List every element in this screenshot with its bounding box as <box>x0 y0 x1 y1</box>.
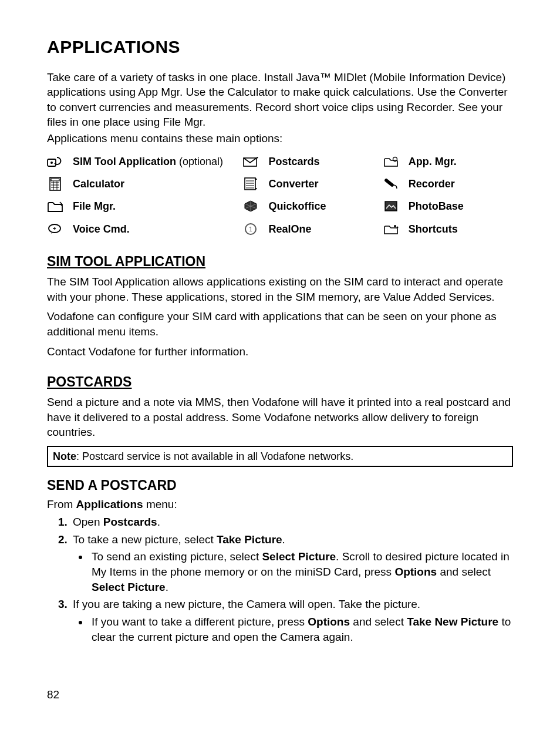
send-step-2: To take a new picture, select Take Pictu… <box>70 532 513 595</box>
svg-text:1: 1 <box>249 226 253 233</box>
calculator-icon <box>47 177 63 190</box>
app-postcards: Postcards <box>242 154 382 169</box>
app-label: File Mgr. <box>73 199 116 213</box>
app-mgr-icon <box>383 155 399 168</box>
photobase-icon <box>383 200 399 213</box>
file-mgr-icon <box>47 200 63 213</box>
sim-tool-heading: SIM TOOL APPLICATION <box>47 253 513 271</box>
app-sim-tool: SIM Tool Application (optional) <box>47 154 242 169</box>
postcards-note: Note: Postcard service is not available … <box>47 446 513 467</box>
realone-icon: 1 <box>242 223 259 236</box>
send-from-line: From Applications menu: <box>47 497 513 512</box>
svg-rect-16 <box>385 201 397 211</box>
svg-point-21 <box>396 226 398 228</box>
postcards-p1: Send a picture and a note via MMS, then … <box>47 395 513 440</box>
send-step-1: Open Postcards. <box>70 515 513 530</box>
app-label: Quickoffice <box>268 199 326 213</box>
app-voice-cmd: Voice Cmd. <box>47 222 242 236</box>
intro-block: Take care of a variety of tasks in one p… <box>47 70 513 146</box>
app-label: RealOne <box>268 222 311 236</box>
send-postcard-heading: SEND A POSTCARD <box>47 476 513 495</box>
svg-rect-4 <box>50 177 60 190</box>
voice-cmd-icon <box>47 223 63 236</box>
app-label: PhotoBase <box>409 199 464 213</box>
app-photobase: PhotoBase <box>383 199 513 213</box>
app-label: Voice Cmd. <box>73 222 130 236</box>
intro-paragraph-1: Take care of a variety of tasks in one p… <box>47 70 513 130</box>
sim-p3: Contact Vodafone for further information… <box>47 344 513 359</box>
svg-point-1 <box>50 162 53 164</box>
app-calculator: Calculator <box>47 177 242 191</box>
app-app-mgr: App. Mgr. <box>383 154 513 169</box>
send-steps-list: Open Postcards. To take a new picture, s… <box>47 515 513 644</box>
applications-grid: SIM Tool Application (optional) Postcard… <box>47 154 513 236</box>
sim-tool-section: SIM TOOL APPLICATION The SIM Tool Applic… <box>47 253 513 359</box>
sim-tool-icon <box>47 155 63 168</box>
svg-point-20 <box>394 225 396 227</box>
app-label: SIM Tool Application (optional) <box>73 154 223 169</box>
sim-p2: Vodafone can configure your SIM card wit… <box>47 309 513 339</box>
postcards-heading: POSTCARDS <box>47 373 513 391</box>
app-quickoffice: Quickoffice <box>242 199 382 213</box>
quickoffice-icon <box>242 200 259 213</box>
app-converter: Converter <box>242 177 382 191</box>
app-file-mgr: File Mgr. <box>47 199 242 213</box>
send-postcard-section: SEND A POSTCARD From Applications menu: … <box>47 476 513 644</box>
send-step-3-sub: If you want to take a different picture,… <box>89 614 513 644</box>
send-step-2-sub: To send an existing picture, select Sele… <box>89 549 513 594</box>
postcards-section: POSTCARDS Send a picture and a note via … <box>47 373 513 467</box>
recorder-icon <box>383 177 399 190</box>
intro-paragraph-2: Applications menu contains these main op… <box>47 131 513 146</box>
send-step-2-sublist: To send an existing picture, select Sele… <box>73 549 513 594</box>
sim-p1: The SIM Tool Application allows applicat… <box>47 274 513 304</box>
page-title: APPLICATIONS <box>47 35 513 59</box>
app-label: Calculator <box>73 177 124 191</box>
app-realone: 1 RealOne <box>242 222 382 236</box>
app-label: Postcards <box>268 154 319 169</box>
app-recorder: Recorder <box>383 177 513 191</box>
app-label: App. Mgr. <box>409 154 457 169</box>
converter-icon <box>242 177 259 190</box>
app-shortcuts: Shortcuts <box>383 222 513 236</box>
send-step-3-sublist: If you want to take a different picture,… <box>73 614 513 644</box>
send-step-3: If you are taking a new picture, the Cam… <box>70 597 513 644</box>
app-label: Shortcuts <box>409 222 458 236</box>
shortcuts-icon <box>383 223 399 236</box>
svg-rect-5 <box>51 179 59 181</box>
app-label: Converter <box>268 177 318 191</box>
postcards-icon <box>242 155 259 168</box>
app-label: Recorder <box>409 177 455 191</box>
